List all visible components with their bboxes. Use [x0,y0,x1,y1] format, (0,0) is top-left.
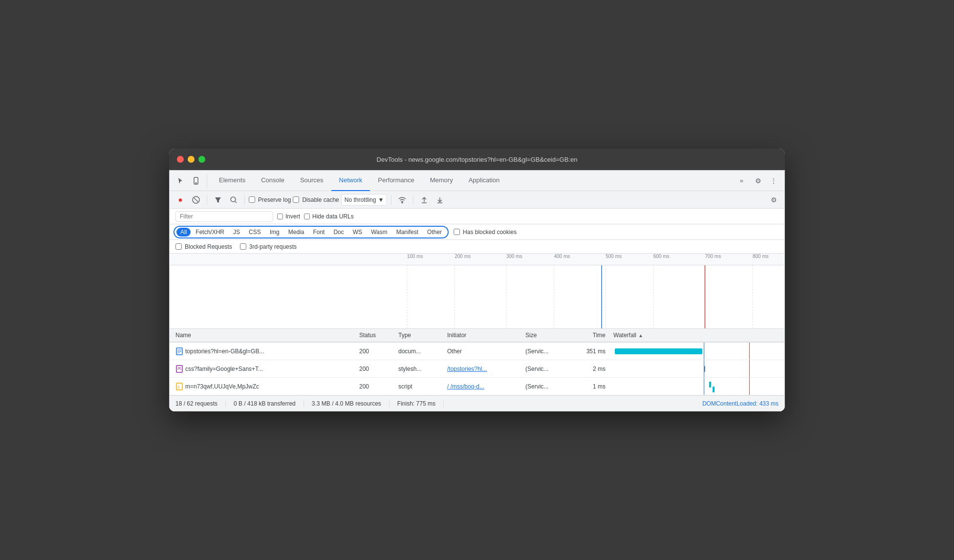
col-header-status[interactable]: Status [355,332,394,339]
tab-application[interactable]: Application [461,171,508,191]
doc-icon [175,347,183,355]
blocked-requests-checkbox[interactable]: Blocked Requests [175,243,232,250]
network-settings-icon[interactable]: ⚙ [767,193,781,207]
type-filter-js[interactable]: JS [229,228,244,237]
phone-icon[interactable] [189,174,203,188]
col-header-type[interactable]: Type [394,332,443,339]
close-button[interactable] [177,156,184,163]
svg-rect-26 [176,366,182,372]
type-filter-other[interactable]: Other [423,228,446,237]
blocked-requests-input[interactable] [175,243,182,250]
row-size-3: (Servic... [521,383,570,390]
row-type-2: stylesh... [394,366,443,372]
type-filter-ws[interactable]: WS [349,228,366,237]
table-row[interactable]: {} m=n73qwf,UUJqVe,MpJwZc 200 script / /… [170,378,784,395]
row-initiator-3[interactable]: / /mss/boq-d... [443,383,521,390]
upload-icon[interactable] [417,193,431,207]
waterfall-bar-3b [713,387,715,392]
marker-500ms: 500 ms [606,254,622,259]
type-filter-css[interactable]: CSS [245,228,265,237]
more-tabs-button[interactable]: » [736,171,747,191]
tab-elements[interactable]: Elements [211,171,253,191]
col-header-name[interactable]: Name [170,332,355,339]
row-time-3: 1 ms [570,383,609,390]
col-header-time[interactable]: Time [570,332,609,339]
timeline-ruler: 100 ms 200 ms 300 ms 400 ms 500 ms 600 m… [387,254,784,265]
settings-icon[interactable]: ⚙ [751,174,765,188]
tab-performance[interactable]: Performance [370,171,422,191]
filter-input[interactable] [175,211,273,222]
invert-input[interactable] [277,214,283,219]
stop-button[interactable] [189,193,203,207]
type-filter-fetch-xhr[interactable]: Fetch/XHR [192,228,228,237]
search-button[interactable] [227,193,240,207]
marker-800ms: 800 ms [753,254,769,259]
svg-text:{}: {} [177,385,180,389]
filter-button[interactable] [211,193,225,207]
row-time-1: 351 ms [570,348,609,355]
col-header-waterfall[interactable]: Waterfall ▲ [609,332,784,339]
blocked-cookies-input[interactable] [454,229,460,235]
timeline-grid [387,265,784,328]
disable-cache-checkbox[interactable]: Disable cache [293,196,339,203]
preserve-log-input[interactable] [249,196,255,203]
toolbar-separator-2 [244,195,245,205]
row-waterfall-2 [609,360,784,377]
table-row[interactable]: topstories?hl=en-GB&gl=GB... 200 docum..… [170,343,784,360]
type-filter-font[interactable]: Font [309,228,328,237]
svg-point-7 [402,202,403,203]
row-name-2: css?family=Google+Sans+T... [170,365,355,373]
svg-point-5 [231,197,236,202]
row-waterfall-1 [609,343,784,360]
nav-tabs: Elements Console Sources Network Perform… [170,171,784,191]
toolbar: ● Preserve [170,191,784,209]
status-bar: 18 / 62 requests 0 B / 418 kB transferre… [170,395,784,411]
marker-100ms: 100 ms [407,254,423,259]
col-header-size[interactable]: Size [521,332,570,339]
waterfall-red-line-3 [749,378,750,395]
preserve-log-checkbox[interactable]: Preserve log [249,196,291,203]
tab-memory[interactable]: Memory [422,171,461,191]
row-waterfall-3 [609,378,784,395]
hide-data-urls-checkbox[interactable]: Hide data URLs [304,213,354,220]
type-filter-media[interactable]: Media [284,228,308,237]
disable-cache-input[interactable] [293,196,299,203]
wifi-icon[interactable] [395,193,409,207]
stylesheet-icon [175,365,183,373]
tab-network[interactable]: Network [331,171,370,191]
type-filter-all[interactable]: All [176,228,191,237]
cursor-icon[interactable] [173,174,187,188]
blocked-cookies-checkbox[interactable]: Has blocked cookies [454,229,517,236]
col-header-initiator[interactable]: Initiator [443,332,521,339]
hide-data-urls-input[interactable] [304,214,310,219]
svg-marker-4 [215,197,221,203]
type-filter-wasm[interactable]: Wasm [367,228,391,237]
status-finish: Finish: 775 ms [390,400,444,407]
invert-checkbox[interactable]: Invert [277,213,300,220]
tab-console[interactable]: Console [253,171,292,191]
row-initiator-2[interactable]: /topstories?hl... [443,366,521,372]
type-filter-manifest[interactable]: Manifest [392,228,422,237]
download-icon[interactable] [433,193,447,207]
waterfall-red-line-2 [749,360,750,377]
minimize-button[interactable] [188,156,195,163]
third-party-checkbox[interactable]: 3rd-party requests [240,243,297,250]
toolbar-separator-3 [391,195,391,205]
maximize-button[interactable] [198,156,205,163]
record-button[interactable]: ● [173,193,187,207]
type-filter-doc[interactable]: Doc [329,228,347,237]
more-options-icon[interactable]: ⋮ [767,174,781,188]
svg-point-1 [195,182,196,183]
traffic-lights[interactable] [177,156,205,163]
status-resources: 3.3 MB / 4.0 MB resources [304,400,390,407]
tab-sources[interactable]: Sources [292,171,331,191]
type-filter-img[interactable]: Img [266,228,283,237]
third-party-input[interactable] [240,243,246,250]
timeline-header: 100 ms 200 ms 300 ms 400 ms 500 ms 600 m… [170,254,784,265]
throttle-select[interactable]: No throttling ▼ [341,194,388,206]
marker-300ms: 300 ms [506,254,522,259]
waterfall-bar-1 [615,348,702,354]
timeline-chart [387,265,784,328]
table-row[interactable]: css?family=Google+Sans+T... 200 stylesh.… [170,360,784,378]
waterfall-blue-line-2 [704,360,704,377]
